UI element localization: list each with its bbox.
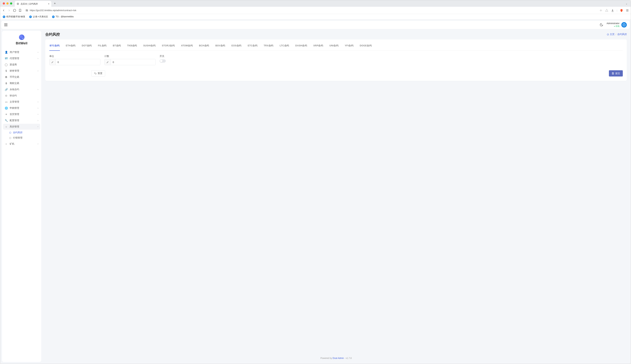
sidebar-item[interactable]: ◯渠道商 [3,62,40,68]
sidebar-item[interactable]: 🔗永续合约› [3,86,40,92]
count-input[interactable] [111,59,156,65]
switch-toggle[interactable] [160,59,166,62]
contract-tab[interactable]: FIL合约 [98,43,107,50]
svg-point-5 [600,10,601,11]
sidebar-item[interactable]: ≡首页管理› [3,111,40,117]
contract-tab[interactable]: LTC合约 [279,43,290,50]
main-content: 合约风控 主页 / 合约风控 BTC合约ETH合约DOT合约FIL合约BT合约T… [41,29,631,364]
sidebar-item[interactable]: B币币交易 [3,74,40,80]
theme-toggle-icon[interactable] [600,23,603,27]
bookmark-item[interactable]: ✎TG：@tianmeibbs [52,15,74,18]
contract-tab[interactable]: DOT合约 [82,43,92,50]
sidebar-item-label: 代理管理 [10,57,19,60]
sidebar-item[interactable]: ฿期权交易 [3,80,40,86]
sidebar-toggle-button[interactable] [4,24,8,26]
sidebar-subitem[interactable]: 行情管理 [8,135,40,140]
chevron-right-icon: › [38,70,38,72]
sidebar-item-label: 秒合约 [10,94,17,97]
chevron-right-icon: › [38,107,38,109]
sidebar-item[interactable]: 🔧配置管理› [3,118,40,124]
sidebar-item[interactable]: 👤用户管理› [3,49,40,55]
maximize-window-icon[interactable] [10,2,12,4]
brand[interactable]: BitWell [3,34,40,49]
edit-icon [104,59,111,65]
menu-icon: $ [4,69,8,72]
contract-tab[interactable]: BT合约 [112,43,122,50]
sidebar-item-label: 期权交易 [10,82,19,85]
tabs-overflow-icon[interactable]: ⌄ [624,2,629,5]
brave-shield-icon[interactable] [620,9,623,12]
submit-button[interactable]: 提交 [609,70,623,76]
bookmark-item[interactable]: ✎认准->天美社区 [29,15,48,18]
menu-icon[interactable] [626,9,629,12]
contract-tab[interactable]: ATOM合约 [180,43,193,50]
sidebar-item-label: 币币交易 [10,76,19,79]
count-field: 计数 [104,55,156,65]
avatar [621,22,627,28]
forward-icon[interactable] [8,9,11,12]
bookmark-label: TG：@tianmeibbs [56,15,74,18]
back-icon[interactable] [2,9,5,12]
url-field[interactable]: https://jys102.timibbs.vip/admin/contrac… [24,9,597,12]
contract-tab[interactable]: STORJ合约 [162,43,175,50]
contract-tab[interactable]: EOS合约 [231,43,242,50]
sidebar-item[interactable]: 🪪代理管理› [3,56,40,61]
contract-tab[interactable]: ETH合约 [65,43,76,50]
sidebar-item[interactable]: ▭文章管理› [3,99,40,105]
contract-tab[interactable]: XRP合约 [313,43,324,50]
contract-tab[interactable]: TRX合约 [263,43,274,50]
user-menu[interactable]: Administrator 在线 [606,22,627,28]
unit-field: 单位 [49,55,100,65]
brand-logo-icon [19,34,24,40]
sidebar-item[interactable]: $财务管理› [3,68,40,74]
sidebar-item[interactable]: 🌐申购管理› [3,105,40,111]
contract-tab[interactable]: SUSHI合约 [143,43,156,50]
menu-icon: 🔧 [4,119,8,122]
bookmark-label: 认准->天美社区 [33,15,48,18]
menu-icon: ○ [4,125,8,128]
contract-tab[interactable]: BSV合约 [215,43,226,50]
sidebar-item[interactable]: ⊙秒合约 [3,93,40,98]
extensions-icon[interactable] [599,9,602,12]
reload-icon[interactable] [13,9,16,12]
sidebar-subitem[interactable]: 合约风控 [8,130,40,135]
menu-icon: ⊙ [4,94,8,97]
url-text: https://jys102.timibbs.vip/admin/contrac… [30,9,76,12]
bookmarks-bar: ✎程序搭建/开发/修复 ✎认准->天美社区 ✎TG：@tianmeibbs [0,14,631,20]
close-window-icon[interactable] [3,2,5,4]
download-icon[interactable] [611,9,614,12]
sidebar-subitem-label: 合约风控 [13,131,22,134]
contract-tab[interactable]: BCH合约 [199,43,210,50]
contract-tab[interactable]: UNI合约 [329,43,339,50]
sidebar-item[interactable]: ○矿机› [3,141,40,147]
contract-tab[interactable]: ETC合约 [248,43,258,50]
unit-label: 单位 [49,55,100,58]
contract-tab[interactable]: TKB合约 [127,43,138,50]
menu-icon: 👤 [4,51,8,54]
new-tab-button[interactable]: + [53,2,57,6]
contract-tab[interactable]: BTC合约 [49,43,60,50]
contract-tab[interactable]: DASH合约 [295,43,308,50]
bookmark-item[interactable]: ✎程序搭建/开发/修复 [3,15,25,18]
unit-input[interactable] [56,59,100,65]
rewards-icon[interactable] [605,9,608,12]
edit-icon [50,59,56,65]
site-settings-icon[interactable] [26,9,28,12]
breadcrumb-current: 合约风控 [617,33,627,36]
sidebar-item-label: 风控管理 [10,125,19,128]
sidebar-item[interactable]: ○风控管理› [3,124,40,130]
footer-link[interactable]: Dcat Admin [333,357,344,360]
contract-tab[interactable]: YFI合约 [344,43,354,50]
browser-tab[interactable]: 总后台 | 合约风控 × [15,1,51,7]
tab-close-icon[interactable]: × [48,2,50,5]
minimize-window-icon[interactable] [6,2,8,4]
contract-tab[interactable]: DOGE合约 [359,43,372,50]
reset-button[interactable]: 重置 [91,70,105,76]
form-card: BTC合约ETH合约DOT合约FIL合约BT合约TKB合约SUSHI合约STOR… [45,40,627,81]
sidebar: BitWell 👤用户管理›🪪代理管理›◯渠道商$财务管理›B币币交易฿期权交易… [2,31,41,362]
menu-icon: B [4,76,8,78]
breadcrumb-home[interactable]: 主页 [607,33,614,36]
switch-field: 开关 [160,55,166,65]
sidebar-item-label: 配置管理 [10,119,19,122]
bookmark-icon[interactable] [18,9,22,12]
